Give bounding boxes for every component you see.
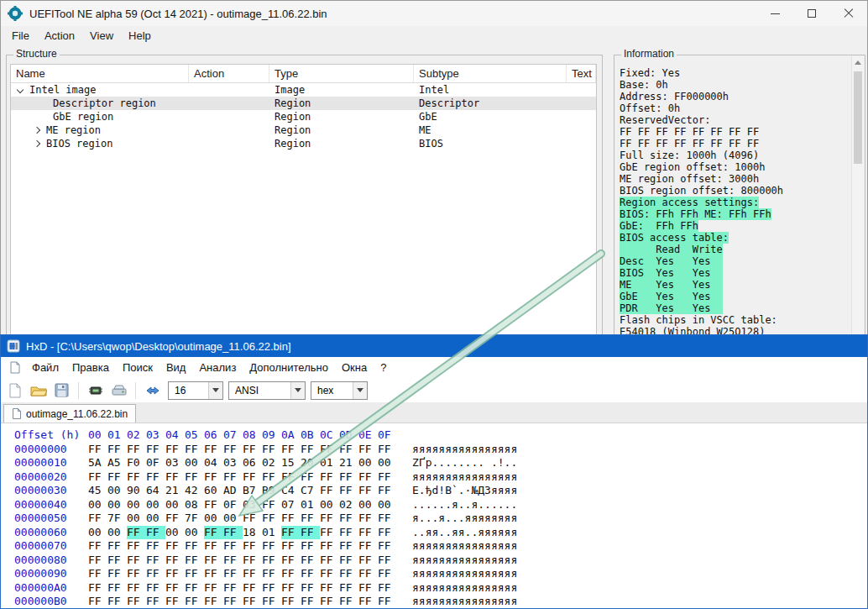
open-memory-button[interactable]: [85, 381, 106, 401]
maximize-button[interactable]: [793, 1, 830, 26]
hex-decoded-text[interactable]: яяяяяяяяяяяяяяяя: [412, 567, 517, 581]
hex-byte[interactable]: 5A: [88, 456, 107, 470]
hex-byte[interactable]: FF: [107, 567, 127, 581]
hex-byte[interactable]: 00: [185, 526, 204, 540]
open-disk-button[interactable]: [108, 381, 129, 401]
hex-byte[interactable]: 00: [88, 498, 107, 512]
hex-byte[interactable]: 07: [281, 498, 301, 512]
hex-byte[interactable]: 00: [165, 498, 185, 512]
hex-byte[interactable]: 00: [185, 456, 204, 470]
hxd-menu-item[interactable]: Окна: [335, 359, 374, 376]
hex-byte[interactable]: FF: [165, 470, 185, 485]
hex-byte[interactable]: FF: [107, 595, 127, 608]
file-tab[interactable]: outimage_11.06.22.bin: [3, 404, 136, 423]
hex-byte[interactable]: FF: [339, 554, 358, 568]
chevron-right-icon[interactable]: [34, 127, 40, 134]
hex-byte[interactable]: FF: [281, 526, 301, 540]
hex-byte[interactable]: FF: [243, 567, 262, 581]
hex-byte[interactable]: 01: [301, 498, 320, 512]
hex-decoded-text[interactable]: ......я..я......: [412, 498, 517, 512]
hex-byte[interactable]: FF: [339, 470, 358, 485]
hex-byte[interactable]: FF: [301, 567, 320, 581]
hex-byte[interactable]: FF: [243, 581, 262, 596]
hex-byte[interactable]: FF: [320, 470, 339, 485]
hex-decoded-text[interactable]: яяяяяяяяяяяяяяяя: [412, 554, 517, 568]
column-header-name[interactable]: Name: [11, 65, 189, 82]
hex-byte[interactable]: 00: [107, 484, 127, 498]
hex-byte[interactable]: FF: [88, 470, 107, 485]
tree-row-intel-image[interactable]: Intel imageImageIntel: [11, 83, 596, 97]
hex-byte[interactable]: 45: [88, 484, 107, 498]
hex-byte[interactable]: FF: [339, 526, 358, 540]
hex-byte[interactable]: FF: [127, 567, 146, 581]
close-button[interactable]: [830, 1, 867, 26]
hex-byte[interactable]: FF: [262, 470, 281, 485]
hex-byte[interactable]: FF: [339, 567, 358, 581]
hex-byte[interactable]: FF: [204, 595, 223, 608]
hex-byte[interactable]: FF: [262, 512, 281, 526]
hex-byte[interactable]: FF: [339, 484, 358, 498]
hex-byte[interactable]: FF: [358, 443, 378, 457]
hex-byte[interactable]: FF: [378, 554, 397, 568]
hex-byte[interactable]: 00: [165, 526, 185, 540]
hex-byte[interactable]: FF: [88, 539, 107, 554]
hex-byte[interactable]: FF: [378, 595, 397, 608]
hex-decoded-text[interactable]: ZҐр........ .!..: [412, 456, 517, 470]
hex-byte[interactable]: 03: [165, 456, 185, 470]
hex-byte[interactable]: FF: [358, 595, 378, 608]
hex-byte[interactable]: FF: [301, 443, 320, 457]
hex-byte[interactable]: FF: [223, 526, 243, 540]
hex-byte[interactable]: 01: [320, 456, 339, 470]
hex-byte[interactable]: 00: [358, 456, 378, 470]
hex-byte[interactable]: FF: [320, 526, 339, 540]
hex-byte[interactable]: FF: [262, 554, 281, 568]
hxd-menu-item[interactable]: Дополнительно: [243, 359, 335, 376]
hex-byte[interactable]: 00: [127, 498, 146, 512]
hex-byte[interactable]: FF: [127, 526, 146, 540]
open-file-button[interactable]: [28, 381, 49, 401]
hex-byte[interactable]: FF: [243, 443, 262, 457]
hex-byte[interactable]: FF: [127, 554, 146, 568]
hex-byte[interactable]: FF: [358, 567, 378, 581]
hex-byte[interactable]: 0F: [223, 498, 243, 512]
hex-byte[interactable]: 00: [358, 498, 378, 512]
hex-byte[interactable]: FF: [185, 470, 204, 485]
hex-byte[interactable]: FF: [243, 595, 262, 608]
hex-byte[interactable]: FF: [339, 443, 358, 457]
hex-byte[interactable]: FF: [281, 567, 301, 581]
hex-byte[interactable]: 21: [165, 484, 185, 498]
hex-byte[interactable]: 15: [281, 456, 301, 470]
hex-byte[interactable]: 04: [204, 456, 223, 470]
hex-byte[interactable]: 00: [223, 512, 243, 526]
hex-byte[interactable]: FF: [165, 443, 185, 457]
hex-byte[interactable]: FF: [127, 581, 146, 596]
hex-byte[interactable]: 00: [204, 512, 223, 526]
offset-base-select[interactable]: hex: [311, 381, 368, 400]
hxd-menu-item[interactable]: Правка: [65, 359, 116, 376]
hex-decoded-text[interactable]: яяяяяяяяяяяяяяяя: [412, 470, 517, 485]
hex-byte[interactable]: FF: [146, 539, 165, 554]
hex-decoded-text[interactable]: яяяяяяяяяяяяяяяя: [412, 595, 517, 608]
new-file-button[interactable]: [4, 381, 25, 401]
hex-byte[interactable]: FF: [127, 595, 146, 608]
hex-byte[interactable]: 7F: [185, 512, 204, 526]
hex-byte[interactable]: B9: [262, 484, 281, 498]
hex-byte[interactable]: FF: [378, 526, 397, 540]
hex-decoded-text[interactable]: я...я...яяяяяяяя: [412, 512, 517, 526]
hex-byte[interactable]: FF: [262, 595, 281, 608]
hex-byte[interactable]: FF: [127, 470, 146, 485]
hex-byte[interactable]: FF: [320, 539, 339, 554]
hex-byte[interactable]: FF: [204, 581, 223, 596]
hex-byte[interactable]: 02: [339, 498, 358, 512]
hex-byte[interactable]: FF: [165, 595, 185, 608]
hex-decoded-text[interactable]: яяяяяяяяяяяяяяяя: [412, 443, 517, 457]
hex-byte[interactable]: FF: [378, 539, 397, 554]
hex-byte[interactable]: FF: [358, 526, 378, 540]
hex-byte[interactable]: FF: [320, 554, 339, 568]
hex-byte[interactable]: FF: [127, 443, 146, 457]
scroll-up-icon[interactable]: [852, 56, 864, 69]
hex-byte[interactable]: 00: [88, 526, 107, 540]
hex-byte[interactable]: FF: [378, 512, 397, 526]
hex-byte[interactable]: FF: [281, 595, 301, 608]
hex-byte[interactable]: FF: [146, 526, 165, 540]
